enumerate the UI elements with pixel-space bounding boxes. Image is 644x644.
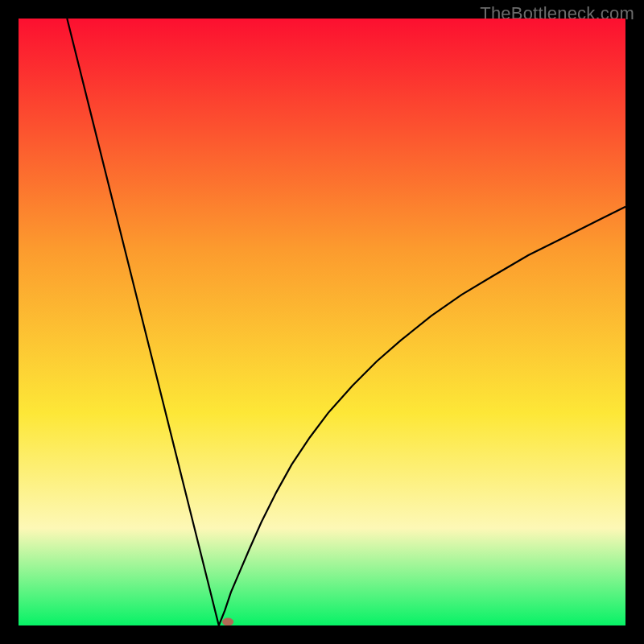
plot-background bbox=[19, 19, 625, 625]
plot-area bbox=[19, 19, 625, 625]
chart-frame: TheBottleneck.com bbox=[0, 0, 644, 644]
chart-svg bbox=[19, 19, 625, 625]
